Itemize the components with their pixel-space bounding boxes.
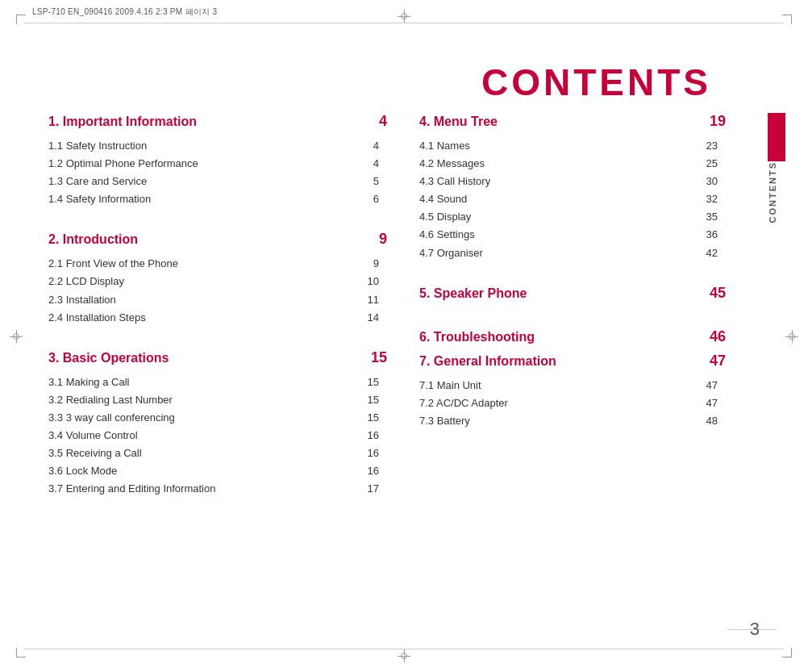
section-2-page: 9 <box>379 231 387 248</box>
toc-item: 3.3 3 way call conferencing 15 <box>48 409 387 427</box>
section-1-heading: 1. Important Information <box>48 115 197 129</box>
toc-item: 4.4 Sound 32 <box>419 190 726 208</box>
section-4-heading-row: 4. Menu Tree 19 <box>419 113 726 134</box>
toc-item: 2.4 Installation Steps 14 <box>48 309 387 327</box>
section-6-page: 46 <box>710 328 726 345</box>
toc-item: 4.6 Settings 36 <box>419 226 726 244</box>
section-1-heading-row: 1. Important Information 4 <box>48 113 387 134</box>
sidebar-label: CONTENTS <box>768 161 785 232</box>
toc-item: 3.7 Entering and Editing Information 17 <box>48 480 387 498</box>
toc-item: 3.6 Lock Mode 16 <box>48 462 387 480</box>
toc-item: 1.1 Safety Instruction 4 <box>48 137 387 155</box>
crosshair-top <box>398 10 410 23</box>
bottom-border <box>24 649 784 649</box>
section-4-heading: 4. Menu Tree <box>419 115 498 129</box>
toc-item: 4.5 Display 35 <box>419 208 726 226</box>
toc-item: 7.2 AC/DC Adapter 47 <box>419 394 726 412</box>
section-3-heading: 3. Basic Operations <box>48 351 169 365</box>
toc-item: 3.5 Receiving a Call 16 <box>48 445 387 462</box>
header-text: LSP-710 EN_090416 2009.4.16 2:3 PM 페이지 3 <box>32 6 217 18</box>
section-3-page: 15 <box>371 349 387 366</box>
toc-section-7: 7. General Information 47 7.1 Main Unit … <box>419 353 726 430</box>
toc-item: 4.2 Messages 25 <box>419 155 726 173</box>
toc-item: 7.3 Battery 48 <box>419 412 726 430</box>
section-7-page: 47 <box>710 353 726 369</box>
sidebar-red-bar <box>768 113 785 161</box>
section-7-heading-row: 7. General Information 47 <box>419 353 726 374</box>
toc-section-3: 3. Basic Operations 15 3.1 Making a Call… <box>48 349 387 499</box>
left-column: 1. Important Information 4 1.1 Safety In… <box>48 113 387 520</box>
toc-item: 2.1 Front View of the Phone 9 <box>48 255 387 273</box>
section-5-page: 45 <box>710 285 726 302</box>
toc-item: 3.2 Redialing Last Number 15 <box>48 391 387 409</box>
toc-item: 1.4 Safety Information 6 <box>48 190 387 208</box>
toc-item: 4.7 Organiser 42 <box>419 244 726 262</box>
section-5-heading-row: 5. Speaker Phone 45 <box>419 285 726 306</box>
section-4-page: 19 <box>710 113 726 130</box>
toc-section-5: 5. Speaker Phone 45 <box>419 285 726 306</box>
page-container: LSP-710 EN_090416 2009.4.16 2:3 PM 페이지 3… <box>0 0 808 672</box>
toc-section-1: 1. Important Information 4 1.1 Safety In… <box>48 113 387 208</box>
right-column: 4. Menu Tree 19 4.1 Names 23 4.2 Message… <box>419 113 726 520</box>
toc-item: 3.4 Volume Control 16 <box>48 427 387 445</box>
top-border <box>24 23 784 23</box>
section-6-heading-row: 6. Troubleshooting 46 <box>419 328 726 349</box>
section-7-heading: 7. General Information <box>419 354 556 369</box>
toc-item: 1.3 Care and Service 5 <box>48 173 387 190</box>
toc-item: 7.1 Main Unit 47 <box>419 377 726 394</box>
section-5-heading: 5. Speaker Phone <box>419 286 527 301</box>
toc-item: 2.2 LCD Display 10 <box>48 273 387 290</box>
page-number: 3 <box>750 619 760 640</box>
toc-item: 4.3 Call History 30 <box>419 173 726 190</box>
toc-item: 2.3 Installation 11 <box>48 291 387 309</box>
crosshair-bottom <box>398 649 410 662</box>
toc-item: 1.2 Optimal Phone Performance 4 <box>48 155 387 173</box>
section-3-heading-row: 3. Basic Operations 15 <box>48 349 387 370</box>
toc-section-6: 6. Troubleshooting 46 <box>419 328 726 349</box>
page-title: CONTENTS <box>481 61 711 104</box>
section-2-heading: 2. Introduction <box>48 232 138 247</box>
section-6-heading: 6. Troubleshooting <box>419 330 535 344</box>
crosshair-left <box>10 330 23 343</box>
crosshair-right <box>785 330 798 343</box>
main-content: 1. Important Information 4 1.1 Safety In… <box>48 113 743 520</box>
section-2-heading-row: 2. Introduction 9 <box>48 231 387 252</box>
section-1-page: 4 <box>379 113 387 130</box>
toc-item: 4.1 Names 23 <box>419 137 726 155</box>
toc-section-4: 4. Menu Tree 19 4.1 Names 23 4.2 Message… <box>419 113 726 262</box>
sidebar-contents: CONTENTS <box>768 113 785 403</box>
toc-section-2: 2. Introduction 9 2.1 Front View of the … <box>48 231 387 326</box>
toc-item: 3.1 Making a Call 15 <box>48 374 387 391</box>
